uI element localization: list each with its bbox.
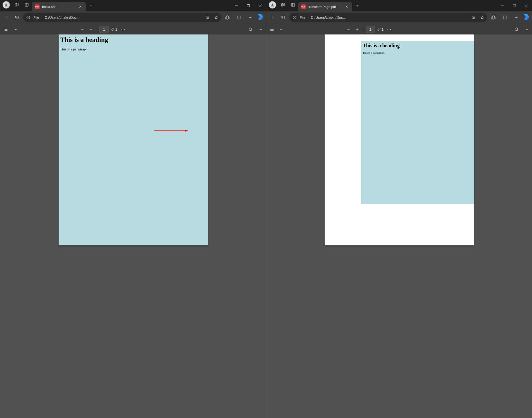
pdf-icon: PDF: [35, 4, 40, 9]
url-divider: [308, 15, 308, 20]
window-controls: [497, 0, 532, 11]
copilot-icon[interactable]: [255, 13, 263, 22]
favorite-icon[interactable]: [479, 15, 486, 20]
svg-point-59: [518, 17, 518, 18]
new-tab-button[interactable]: +: [86, 2, 96, 11]
zoom-reset-icon[interactable]: [204, 15, 211, 20]
zoom-in-button[interactable]: [354, 26, 360, 32]
pdf-more-icon[interactable]: [257, 26, 263, 32]
document-paragraph: This is a paragraph.: [60, 47, 206, 51]
url-field[interactable]: File C:/Users/chakn/Doc...: [23, 13, 221, 22]
copilot-icon[interactable]: [521, 13, 529, 22]
svg-line-13: [208, 18, 209, 19]
tab-title: transformPage.pdf: [308, 5, 342, 9]
svg-point-73: [389, 29, 389, 29]
svg-line-36: [251, 30, 252, 31]
address-bar: File C:/Users/chakn/Doc...: [0, 11, 266, 24]
svg-rect-46: [513, 5, 516, 7]
page-view-more-icon[interactable]: [120, 26, 126, 32]
svg-point-75: [515, 28, 518, 31]
workspaces-icon[interactable]: [281, 2, 286, 7]
svg-point-17: [249, 17, 250, 18]
maximize-button[interactable]: [508, 0, 520, 11]
browser-tab[interactable]: PDF transformPage.pdf ✕: [298, 2, 352, 11]
svg-point-66: [280, 29, 281, 29]
svg-point-74: [390, 29, 391, 29]
back-button[interactable]: [3, 13, 11, 22]
pdf-more-icon[interactable]: [523, 26, 529, 32]
page-total: of 1: [111, 27, 117, 31]
svg-rect-6: [247, 5, 250, 7]
svg-point-37: [259, 29, 259, 29]
new-tab-button[interactable]: +: [352, 2, 362, 11]
zoom-in-button[interactable]: [88, 26, 94, 32]
pdf-viewport[interactable]: This is a heading This is a paragraph.: [266, 34, 532, 418]
svg-point-34: [124, 29, 125, 29]
page-number-input[interactable]: [99, 26, 109, 33]
find-icon[interactable]: [513, 26, 520, 32]
url-scheme: File: [300, 15, 306, 20]
extensions-icon[interactable]: [489, 13, 498, 22]
svg-line-76: [517, 30, 518, 31]
contents-icon[interactable]: [3, 26, 9, 32]
url-field[interactable]: File C:/Users/chakn/Doc...: [289, 13, 487, 22]
close-button[interactable]: [254, 0, 266, 11]
refresh-button[interactable]: [279, 13, 287, 22]
page-number-input[interactable]: [366, 26, 375, 33]
find-icon[interactable]: [247, 26, 254, 32]
divider: [363, 27, 363, 32]
workspaces-icon[interactable]: [14, 2, 20, 7]
browser-window-right: PDF transformPage.pdf ✕ + File C:/Users/…: [266, 0, 532, 418]
favorite-icon[interactable]: [213, 15, 220, 20]
extensions-icon[interactable]: [223, 13, 232, 22]
minimize-button[interactable]: [231, 0, 242, 11]
pdf-toolbar: of 1: [0, 24, 266, 34]
zoom-out-button[interactable]: [345, 26, 352, 32]
back-button[interactable]: [269, 13, 277, 22]
svg-point-32: [121, 29, 122, 29]
contents-icon[interactable]: [269, 26, 275, 32]
settings-more-icon[interactable]: [246, 13, 255, 22]
tab-actions-icon[interactable]: [290, 2, 296, 7]
pdf-viewport[interactable]: This is a heading This is a paragraph.: [0, 34, 266, 418]
pdf-icon: PDF: [301, 4, 306, 9]
profile-avatar[interactable]: [269, 1, 276, 8]
minimize-button[interactable]: [497, 0, 508, 11]
divider: [245, 15, 245, 20]
settings-more-icon[interactable]: [512, 13, 521, 22]
divider: [511, 15, 511, 20]
site-info-icon[interactable]: [291, 15, 298, 20]
zoom-reset-icon[interactable]: [470, 15, 477, 20]
svg-point-77: [525, 29, 525, 29]
split-screen-icon[interactable]: [501, 13, 509, 22]
close-button[interactable]: [520, 0, 532, 11]
pdf-toolbar: of 1: [266, 24, 532, 34]
svg-point-79: [527, 29, 528, 29]
svg-point-68: [283, 29, 283, 29]
svg-rect-3: [25, 3, 28, 6]
tab-close-button[interactable]: ✕: [344, 5, 349, 9]
document-heading: This is a heading: [363, 43, 473, 49]
svg-point-58: [516, 17, 517, 18]
zoom-out-button[interactable]: [79, 26, 85, 32]
svg-rect-43: [291, 3, 295, 6]
profile-avatar[interactable]: [3, 1, 10, 8]
svg-point-57: [515, 17, 516, 18]
toolbar-more-icon[interactable]: [279, 26, 285, 32]
tab-close-button[interactable]: ✕: [78, 5, 83, 9]
tab-actions-icon[interactable]: [24, 2, 29, 7]
maximize-button[interactable]: [242, 0, 254, 11]
svg-line-53: [474, 18, 475, 19]
page-view-more-icon[interactable]: [386, 26, 392, 32]
url-path: C:/Users/chakn/Doc...: [45, 15, 202, 20]
refresh-button[interactable]: [13, 13, 21, 22]
document-paragraph: This is a paragraph.: [363, 51, 473, 54]
split-screen-icon[interactable]: [235, 13, 243, 22]
browser-tab[interactable]: PDF basic.pdf ✕: [32, 2, 86, 11]
window-controls: [231, 0, 266, 11]
svg-point-35: [249, 28, 252, 31]
svg-point-38: [260, 29, 261, 29]
url-path: C:/Users/chakn/Doc...: [311, 15, 468, 20]
toolbar-more-icon[interactable]: [12, 26, 19, 32]
site-info-icon[interactable]: [25, 15, 32, 20]
